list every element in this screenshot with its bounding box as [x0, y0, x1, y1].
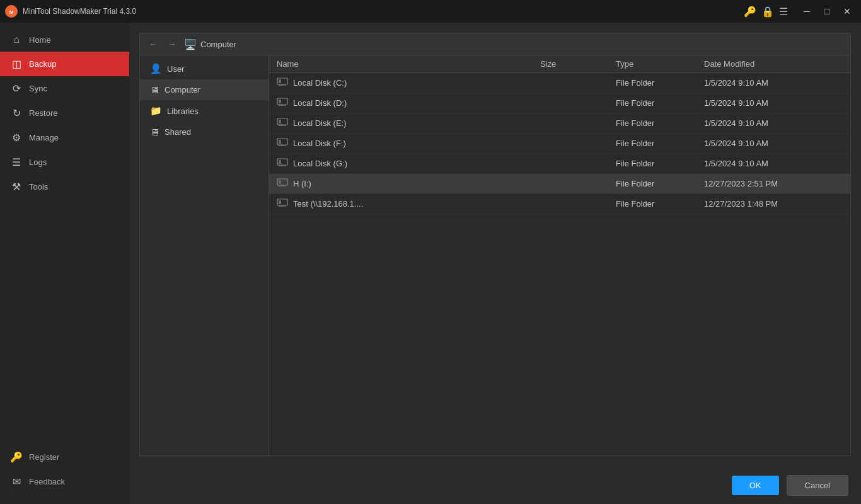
- sidebar-label-backup: Backup: [29, 59, 56, 69]
- sidebar-label-manage: Manage: [29, 133, 59, 142]
- titlebar: M MiniTool ShadowMaker Trial 4.3.0 🔑 🔒 ☰…: [0, 0, 861, 23]
- file-date-e: 1/5/2024 9:10 AM: [704, 118, 843, 128]
- column-headers: Name Size Type Date Modified: [269, 55, 850, 73]
- file-type-d: File Folder: [616, 98, 704, 108]
- file-name-c: Local Disk (C:): [293, 78, 347, 88]
- sync-icon: ⟳: [10, 83, 23, 94]
- feedback-icon: ✉: [10, 476, 23, 488]
- tree-item-shared[interactable]: 🖥Shared: [140, 122, 269, 142]
- manage-icon: ⚙: [10, 132, 23, 144]
- svg-rect-4: [279, 84, 286, 86]
- key-icon[interactable]: 🔑: [744, 6, 756, 18]
- file-row-d[interactable]: Local Disk (D:)File Folder1/5/2024 9:10 …: [269, 93, 850, 113]
- close-button[interactable]: ✕: [838, 3, 856, 20]
- sidebar-item-backup[interactable]: ◫Backup: [0, 52, 129, 76]
- file-icon-h: [277, 178, 288, 189]
- home-icon: ⌂: [10, 34, 23, 45]
- menu-icon[interactable]: ☰: [779, 6, 788, 18]
- tree-label-shared: Shared: [165, 127, 191, 137]
- svg-rect-16: [279, 165, 286, 166]
- col-type: Type: [616, 59, 704, 69]
- file-icon-g: [277, 158, 288, 169]
- svg-rect-18: [279, 180, 281, 184]
- svg-rect-12: [279, 140, 281, 144]
- sidebar-item-restore[interactable]: ↻Restore: [0, 101, 129, 125]
- svg-rect-21: [279, 200, 281, 204]
- tree-icon-user: 👤: [150, 63, 162, 74]
- sidebar-item-manage[interactable]: ⚙Manage: [0, 125, 129, 150]
- logs-icon: ☰: [10, 156, 23, 168]
- file-date-d: 1/5/2024 9:10 AM: [704, 98, 843, 108]
- file-date-f: 1/5/2024 9:10 AM: [704, 139, 843, 148]
- sidebar-item-logs[interactable]: ☰Logs: [0, 150, 129, 175]
- file-row-h[interactable]: H (I:)File Folder12/27/2023 2:51 PM: [269, 174, 850, 194]
- file-type-test: File Folder: [616, 199, 704, 209]
- file-date-h: 12/27/2023 2:51 PM: [704, 179, 843, 188]
- file-date-c: 1/5/2024 9:10 AM: [704, 78, 843, 88]
- svg-text:M: M: [9, 9, 14, 15]
- ok-button[interactable]: OK: [732, 476, 779, 495]
- nav-items: ⌂Home◫Backup⟳Sync↻Restore⚙Manage☰Logs⚒To…: [0, 28, 129, 199]
- file-type-h: File Folder: [616, 179, 704, 188]
- window-controls: ─ □ ✕: [798, 3, 856, 20]
- tree-item-computer[interactable]: 🖥Computer: [140, 79, 269, 100]
- col-size: Size: [540, 59, 616, 69]
- svg-rect-7: [279, 105, 286, 106]
- tree-icon-shared: 🖥: [150, 127, 159, 137]
- lock-icon[interactable]: 🔒: [761, 6, 774, 18]
- tools-icon: ⚒: [10, 181, 23, 193]
- sidebar-item-tools[interactable]: ⚒Tools: [0, 175, 129, 199]
- back-button[interactable]: ←: [146, 37, 160, 51]
- file-icon-c: [277, 77, 288, 88]
- maximize-button[interactable]: □: [818, 3, 836, 20]
- file-icon-test: [277, 198, 288, 209]
- tree-label-computer: Computer: [165, 85, 200, 94]
- path-label: Computer: [200, 40, 236, 49]
- file-name-f: Local Disk (F:): [293, 139, 346, 148]
- file-type-f: File Folder: [616, 139, 704, 148]
- sidebar-item-register[interactable]: 🔑Register: [0, 445, 129, 469]
- svg-rect-22: [279, 205, 286, 207]
- file-icon-e: [277, 118, 288, 129]
- path-bar: 🖥️ Computer: [184, 38, 236, 50]
- svg-rect-19: [279, 185, 286, 186]
- file-type-g: File Folder: [616, 159, 704, 168]
- bottom-area: OK Cancel: [129, 466, 861, 504]
- file-name-g: Local Disk (G:): [293, 159, 347, 168]
- restore-icon: ↻: [10, 107, 23, 119]
- file-name-h: H (I:): [293, 179, 311, 188]
- register-icon: 🔑: [10, 451, 23, 463]
- main-layout: ⌂Home◫Backup⟳Sync↻Restore⚙Manage☰Logs⚒To…: [0, 23, 861, 504]
- file-row-f[interactable]: Local Disk (F:)File Folder1/5/2024 9:10 …: [269, 134, 850, 154]
- file-row-g[interactable]: Local Disk (G:)File Folder1/5/2024 9:10 …: [269, 154, 850, 174]
- svg-rect-15: [279, 160, 281, 164]
- svg-rect-3: [279, 79, 281, 83]
- sidebar: ⌂Home◫Backup⟳Sync↻Restore⚙Manage☰Logs⚒To…: [0, 23, 129, 504]
- sidebar-label-sync: Sync: [29, 84, 47, 93]
- file-row-e[interactable]: Local Disk (E:)File Folder1/5/2024 9:10 …: [269, 113, 850, 134]
- file-name-test: Test (\\192.168.1....: [293, 199, 363, 209]
- sidebar-item-feedback[interactable]: ✉Feedback: [0, 469, 129, 494]
- sidebar-item-sync[interactable]: ⟳Sync: [0, 76, 129, 101]
- titlebar-icons: 🔑 🔒 ☰: [744, 6, 788, 18]
- forward-button[interactable]: →: [165, 37, 179, 51]
- file-list: Name Size Type Date Modified Local Disk …: [269, 55, 850, 455]
- sidebar-label-restore: Restore: [29, 108, 58, 118]
- tree-item-libraries[interactable]: 📁Libraries: [140, 100, 269, 122]
- file-row-c[interactable]: Local Disk (C:)File Folder1/5/2024 9:10 …: [269, 73, 850, 93]
- tree-label-libraries: Libraries: [167, 106, 199, 116]
- sidebar-item-home[interactable]: ⌂Home: [0, 28, 129, 52]
- content-area: ← → 🖥️ Computer 👤User🖥Computer📁Libraries…: [129, 23, 861, 504]
- tree-icon-libraries: 📁: [150, 105, 162, 117]
- sidebar-label-tools: Tools: [29, 182, 48, 192]
- file-date-test: 12/27/2023 1:48 PM: [704, 199, 843, 209]
- tree-label-user: User: [167, 64, 184, 74]
- backup-icon: ◫: [10, 58, 23, 70]
- file-row-test[interactable]: Test (\\192.168.1....File Folder12/27/20…: [269, 194, 850, 214]
- tree-icon-computer: 🖥: [150, 84, 159, 95]
- tree-item-user[interactable]: 👤User: [140, 58, 269, 79]
- cancel-button[interactable]: Cancel: [787, 475, 848, 496]
- minimize-button[interactable]: ─: [798, 3, 816, 20]
- file-rows: Local Disk (C:)File Folder1/5/2024 9:10 …: [269, 73, 850, 455]
- computer-icon: 🖥️: [184, 38, 197, 50]
